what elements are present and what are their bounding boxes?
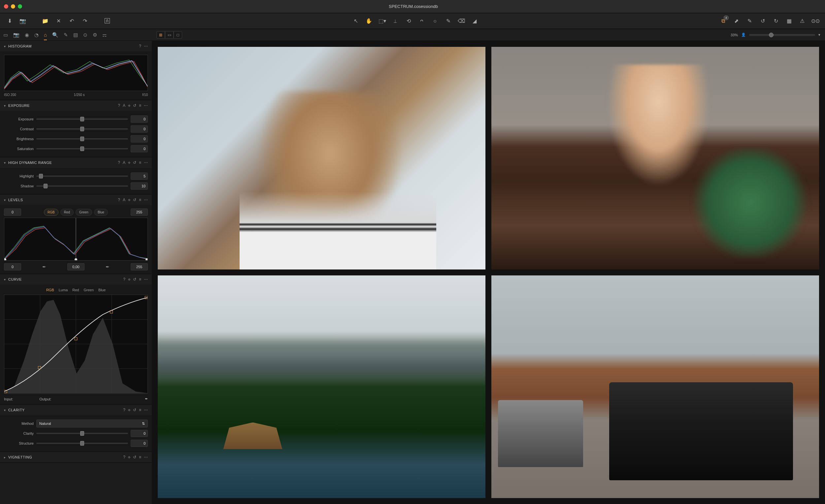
- close-window-button[interactable]: [4, 4, 8, 9]
- help-icon[interactable]: ?: [123, 277, 126, 282]
- exposure-tab-icon[interactable]: ⌂: [44, 32, 47, 40]
- help-icon[interactable]: ?: [118, 160, 120, 165]
- reset-icon[interactable]: ↺: [133, 408, 136, 412]
- preset-icon[interactable]: ≡: [139, 160, 141, 165]
- black-picker-icon[interactable]: ✒: [42, 264, 46, 269]
- copy-icon[interactable]: ⎆: [128, 160, 130, 165]
- help-icon[interactable]: ?: [123, 408, 126, 412]
- curve-panel-header[interactable]: ▾ CURVE ? ⎆ ↺ ≡ ⋯: [0, 274, 152, 285]
- capture-tab-icon[interactable]: 📷: [13, 32, 19, 38]
- rotate-right-icon[interactable]: ↻: [771, 17, 780, 25]
- levels-panel-header[interactable]: ▾ LEVELS ? A ⎆ ↺ ≡ ⋯: [0, 195, 152, 205]
- levels-in-black[interactable]: 0: [4, 208, 21, 216]
- brush-tool-icon[interactable]: ✎: [444, 17, 452, 25]
- grid-overlay-icon[interactable]: ▦: [785, 17, 793, 25]
- levels-out-white[interactable]: 255: [131, 263, 148, 270]
- levels-rgb-tab[interactable]: RGB: [44, 209, 58, 216]
- primary-view-button[interactable]: ▭: [165, 31, 173, 38]
- shadow-value[interactable]: 10: [131, 182, 148, 190]
- menu-icon[interactable]: ⋯: [144, 197, 148, 202]
- curve-red-tab[interactable]: Red: [72, 288, 79, 292]
- crop-tool-icon[interactable]: ⟂: [391, 17, 400, 25]
- open-folder-icon[interactable]: 📁: [41, 17, 50, 25]
- auto-adjust-icon[interactable]: 🄰: [103, 17, 111, 25]
- menu-icon[interactable]: ⋯: [144, 160, 148, 165]
- batch-queue-icon[interactable]: ⧉: [719, 17, 727, 25]
- histogram-chart[interactable]: [4, 55, 148, 91]
- curve-chart[interactable]: [4, 295, 148, 394]
- details-tab-icon[interactable]: 🔍: [52, 32, 58, 38]
- single-view-button[interactable]: □: [173, 31, 182, 38]
- zoom-slider[interactable]: [749, 34, 815, 36]
- levels-green-tab[interactable]: Green: [76, 209, 92, 216]
- preset-icon[interactable]: ≡: [139, 277, 141, 282]
- structure-slider[interactable]: [36, 443, 128, 444]
- curve-blue-tab[interactable]: Blue: [98, 288, 105, 292]
- menu-icon[interactable]: ⋯: [144, 277, 148, 282]
- focus-mask-icon[interactable]: ⊙⊙: [811, 17, 820, 25]
- import-icon[interactable]: ⬇: [5, 17, 14, 25]
- clarity-panel-header[interactable]: ▾ CLARITY ? ⎆ ↺ ≡ ⋯: [0, 405, 152, 415]
- levels-chart[interactable]: [4, 218, 148, 261]
- auto-icon[interactable]: A: [123, 197, 126, 202]
- copy-icon[interactable]: ⎆: [128, 455, 130, 459]
- redo-icon[interactable]: ↷: [80, 17, 89, 25]
- clarity-slider[interactable]: [36, 433, 128, 434]
- warning-overlay-icon[interactable]: ⚠: [798, 17, 807, 25]
- output-tab-icon[interactable]: ⊙: [83, 32, 87, 38]
- capture-icon[interactable]: 📷: [18, 17, 27, 25]
- copy-icon[interactable]: ⎆: [128, 277, 130, 282]
- preset-icon[interactable]: ≡: [139, 408, 141, 412]
- user-icon[interactable]: 👤: [741, 33, 746, 37]
- highlight-value[interactable]: 5: [131, 172, 148, 180]
- highlight-slider[interactable]: [36, 175, 128, 177]
- menu-icon[interactable]: ⋯: [144, 44, 148, 49]
- undo-icon[interactable]: ↶: [67, 17, 76, 25]
- curve-luma-tab[interactable]: Luma: [59, 288, 68, 292]
- white-picker-icon[interactable]: ✒: [105, 264, 109, 269]
- help-icon[interactable]: ?: [139, 44, 141, 49]
- minimize-window-button[interactable]: [11, 4, 15, 9]
- curve-rgb-tab[interactable]: RGB: [46, 288, 54, 292]
- local-tab-icon[interactable]: ✎: [64, 32, 68, 38]
- rotate-tool-icon[interactable]: ⟲: [404, 17, 413, 25]
- edit-external-icon[interactable]: ✎: [745, 17, 754, 25]
- auto-icon[interactable]: A: [123, 160, 126, 165]
- vignetting-panel-header[interactable]: ▸ VIGNETTING ? ⎆ ↺ ≡ ⋯: [0, 452, 152, 463]
- thumbnail-1[interactable]: [158, 47, 485, 269]
- preset-icon[interactable]: ≡: [139, 197, 141, 202]
- jar-tool-icon[interactable]: ⬚▾: [378, 17, 386, 25]
- lens-tab-icon[interactable]: ◉: [25, 32, 29, 38]
- reset-icon[interactable]: ↺: [133, 277, 136, 282]
- copy-icon[interactable]: ⎆: [128, 408, 130, 412]
- shadow-slider[interactable]: [36, 185, 128, 187]
- metadata-tab-icon[interactable]: ▤: [73, 32, 78, 38]
- levels-blue-tab[interactable]: Blue: [94, 209, 108, 216]
- curve-picker-icon[interactable]: ✒: [145, 397, 148, 401]
- brightness-value[interactable]: 0: [131, 135, 148, 143]
- adjustments-tab-icon[interactable]: ⚎: [102, 32, 106, 38]
- keystone-tool-icon[interactable]: ᴖ: [418, 17, 426, 25]
- rotate-left-icon[interactable]: ↺: [758, 17, 767, 25]
- contrast-slider[interactable]: [36, 128, 128, 130]
- hand-tool-icon[interactable]: ✋: [365, 17, 373, 25]
- maximize-window-button[interactable]: [18, 4, 22, 9]
- color-tab-icon[interactable]: ◔: [34, 32, 39, 38]
- brightness-slider[interactable]: [36, 138, 128, 140]
- cursor-tool-icon[interactable]: ↖: [352, 17, 360, 25]
- levels-out-mid[interactable]: 0,00: [67, 263, 84, 270]
- preset-icon[interactable]: ≡: [139, 103, 141, 108]
- clarity-method-select[interactable]: Natural ⇅: [36, 420, 148, 427]
- zoom-preset-icon[interactable]: ▾: [818, 33, 820, 37]
- levels-in-white[interactable]: 255: [131, 208, 148, 216]
- reset-icon[interactable]: ↺: [133, 197, 136, 202]
- exposure-slider[interactable]: [36, 118, 128, 120]
- hdr-panel-header[interactable]: ▾ HIGH DYNAMIC RANGE ? A ⎆ ↺ ≡ ⋯: [0, 157, 152, 168]
- eraser-tool-icon[interactable]: ⌫: [457, 17, 466, 25]
- preset-icon[interactable]: ≡: [139, 455, 141, 459]
- help-icon[interactable]: ?: [118, 197, 120, 202]
- exposure-value[interactable]: 0: [131, 115, 148, 123]
- saturation-value[interactable]: 0: [131, 145, 148, 152]
- reset-icon[interactable]: ↺: [133, 160, 136, 165]
- library-tab-icon[interactable]: ▭: [3, 32, 8, 38]
